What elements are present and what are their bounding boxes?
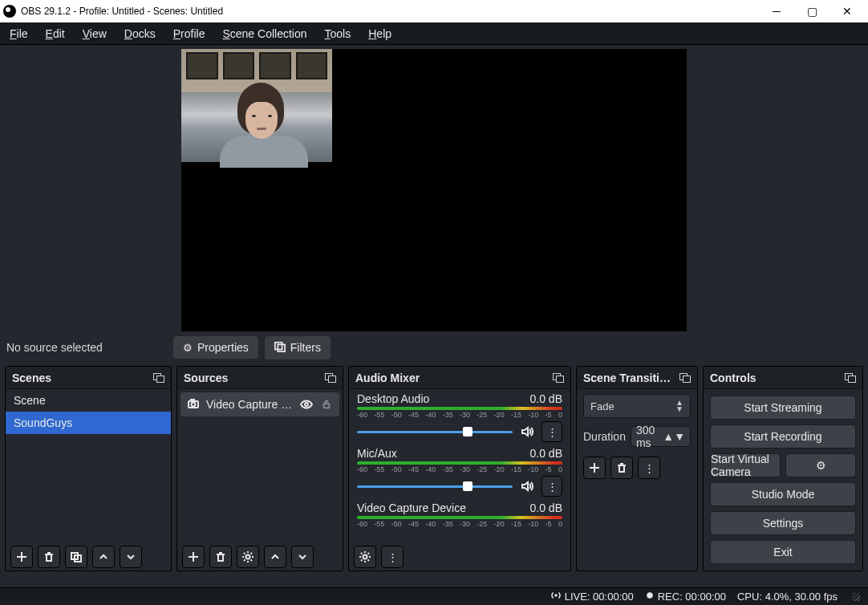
source-add-button[interactable] [182, 546, 205, 568]
volume-slider[interactable] [357, 431, 513, 433]
audio-mixer-panel: Audio Mixer Desktop Audio 0.0 dB -60-55-… [348, 366, 571, 571]
chevron-updown-icon: ▲▼ [663, 430, 685, 443]
source-properties-button[interactable] [237, 546, 259, 568]
virtual-camera-settings-button[interactable]: ⚙ [785, 453, 856, 477]
channel-menu-button[interactable]: ⋮ [541, 421, 562, 442]
controls-title: Controls [710, 372, 756, 384]
scene-remove-button[interactable] [38, 546, 60, 568]
svg-point-9 [246, 555, 250, 559]
settings-button[interactable]: Settings [710, 511, 856, 535]
transition-add-button[interactable] [583, 457, 606, 479]
dock-toggle-icon[interactable] [325, 373, 336, 383]
channel-name: Mic/Aux [357, 447, 530, 460]
menu-profile[interactable]: Profile [168, 26, 210, 42]
window-titlebar: OBS 29.1.2 - Profile: Untitled - Scenes:… [0, 0, 868, 22]
source-move-up-button[interactable] [264, 546, 286, 568]
dock-toggle-icon[interactable] [153, 373, 164, 383]
window-maximize-button[interactable]: ▢ [794, 0, 829, 22]
broadcast-icon [550, 590, 562, 603]
docks-row: Scenes SceneSoundGuys Sources Video Capt… [0, 363, 868, 571]
channel-db: 0.0 dB [530, 447, 562, 460]
preview-area[interactable] [0, 45, 868, 332]
camera-icon [187, 397, 200, 412]
duration-label: Duration [583, 430, 626, 443]
cpu-status: CPU: 4.0%, 30.00 fps [737, 591, 838, 603]
record-status: REC: 00:00:00 [645, 591, 726, 603]
start-virtual-camera-button[interactable]: Start Virtual Camera [710, 453, 781, 477]
svg-point-10 [363, 555, 367, 559]
menu-scene-collection[interactable]: Scene Collection [217, 26, 311, 42]
channel-db: 0.0 dB [530, 501, 562, 514]
source-toolbar: No source selected ⚙ Properties Filters [0, 332, 868, 363]
menu-tools[interactable]: Tools [320, 26, 356, 42]
svg-point-5 [192, 402, 196, 406]
exit-button[interactable]: Exit [710, 540, 856, 564]
status-bar: LIVE: 00:00:00 REC: 00:00:00 CPU: 4.0%, … [0, 587, 868, 605]
mixer-title: Audio Mixer [355, 372, 420, 384]
source-remove-button[interactable] [209, 546, 232, 568]
menu-help[interactable]: Help [363, 26, 396, 42]
menu-edit[interactable]: Edit [41, 26, 70, 42]
properties-button[interactable]: ⚙ Properties [173, 336, 258, 359]
dock-toggle-icon[interactable] [845, 373, 856, 383]
scene-move-down-button[interactable] [120, 546, 142, 568]
transition-menu-button[interactable]: ⋮ [638, 457, 660, 479]
scene-filter-button[interactable] [65, 546, 87, 568]
scenes-list: SceneSoundGuys [6, 389, 171, 434]
svg-point-7 [305, 403, 308, 406]
mixer-menu-button[interactable]: ⋮ [381, 546, 404, 568]
svg-rect-8 [324, 404, 330, 408]
menu-docks[interactable]: Docks [120, 26, 160, 42]
audio-meter: -60-55-50-45-40-35-30-25-20-15-10-50 [357, 516, 562, 528]
preview-canvas[interactable] [181, 49, 687, 331]
dock-toggle-icon[interactable] [553, 373, 564, 383]
channel-menu-button[interactable]: ⋮ [541, 476, 562, 497]
gear-icon: ⚙ [816, 459, 826, 472]
window-close-button[interactable]: ✕ [829, 0, 865, 22]
scene-row[interactable]: Scene [6, 389, 171, 412]
scenes-title: Scenes [12, 372, 51, 384]
mixer-channel: Mic/Aux 0.0 dB -60-55-50-45-40-35-30-25-… [349, 444, 570, 498]
dock-toggle-icon[interactable] [679, 373, 691, 383]
source-name: Video Capture Dev [206, 398, 293, 411]
window-minimize-button[interactable]: ─ [759, 0, 794, 22]
start-recording-button[interactable]: Start Recording [710, 424, 856, 449]
transitions-title: Scene Transiti… [583, 372, 671, 384]
webcam-preview[interactable] [181, 49, 332, 162]
svg-point-11 [554, 594, 558, 597]
scene-add-button[interactable] [10, 546, 33, 568]
transition-value: Fade [590, 400, 614, 412]
controls-panel: Controls Start Streaming Start Recording… [703, 366, 863, 571]
transition-remove-button[interactable] [610, 457, 633, 479]
transition-select[interactable]: Fade ▲▼ [583, 394, 691, 418]
volume-slider[interactable] [357, 485, 513, 488]
lock-toggle[interactable] [320, 399, 333, 410]
gear-icon: ⚙ [183, 342, 193, 354]
scenes-panel: Scenes SceneSoundGuys [5, 366, 172, 571]
menu-file[interactable]: File [5, 26, 33, 42]
duration-value: 300 ms [636, 424, 663, 449]
source-toolbar-label: No source selected [6, 341, 167, 354]
speaker-icon[interactable] [519, 480, 535, 493]
channel-db: 0.0 dB [530, 392, 562, 405]
speaker-icon[interactable] [519, 425, 535, 438]
filters-label: Filters [290, 341, 321, 354]
source-move-down-button[interactable] [291, 546, 314, 568]
studio-mode-button[interactable]: Studio Mode [710, 482, 856, 506]
audio-meter: -60-55-50-45-40-35-30-25-20-15-10-50 [357, 461, 562, 473]
source-row[interactable]: Video Capture Dev [180, 392, 339, 416]
visibility-toggle[interactable] [299, 398, 314, 411]
audio-meter: -60-55-50-45-40-35-30-25-20-15-10-50 [357, 407, 562, 419]
scene-row[interactable]: SoundGuys [6, 412, 171, 434]
svg-rect-6 [191, 400, 194, 401]
mixer-channel: Desktop Audio 0.0 dB -60-55-50-45-40-35-… [349, 389, 570, 444]
duration-spinbox[interactable]: 300 ms ▲▼ [631, 426, 691, 447]
transitions-panel: Scene Transiti… Fade ▲▼ Duration 300 ms … [576, 366, 698, 571]
scene-move-up-button[interactable] [92, 546, 115, 568]
resize-grip[interactable] [852, 593, 860, 601]
menu-bar: File Edit View Docks Profile Scene Colle… [0, 22, 868, 45]
menu-view[interactable]: View [78, 26, 112, 42]
mixer-advanced-button[interactable] [354, 546, 376, 568]
filters-button[interactable]: Filters [265, 336, 331, 359]
start-streaming-button[interactable]: Start Streaming [710, 396, 856, 420]
